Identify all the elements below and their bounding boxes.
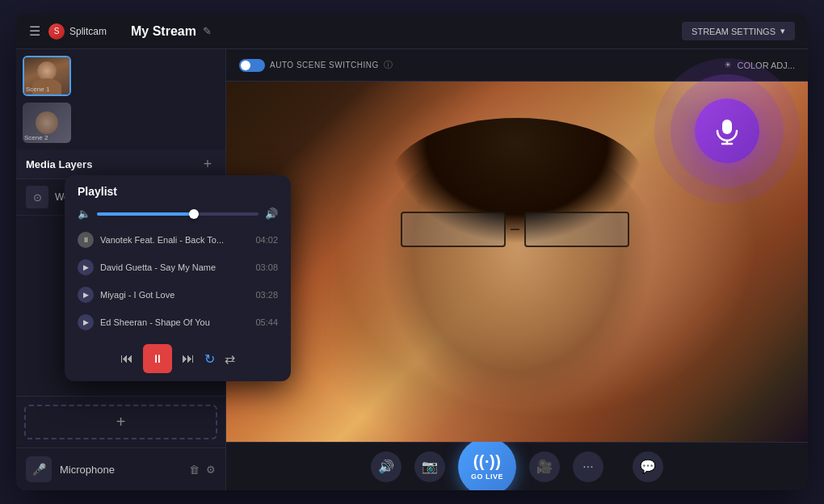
volume-thumb bbox=[189, 209, 199, 219]
chat-button[interactable]: 💬 bbox=[633, 452, 663, 482]
playlist-repeat-icon[interactable]: ↻ bbox=[204, 351, 215, 367]
microphone-row: 🎤 Microphone 🗑 ⚙ bbox=[16, 447, 225, 490]
app-logo: S Splitcam bbox=[48, 23, 107, 40]
bottom-controls: 🔊 📷 ((·)) GO LIVE 🎥 ··· 💬 bbox=[226, 442, 808, 490]
track-3-duration: 03:28 bbox=[255, 290, 278, 300]
microphone-popup-button[interactable] bbox=[695, 99, 759, 163]
playlist-controls: ⏮ ⏸ ⏭ ↻ ⇄ bbox=[65, 336, 291, 381]
camera-icon: 📷 bbox=[422, 459, 438, 474]
volume-row: 🔈 🔊 bbox=[65, 204, 291, 226]
microphone-actions: 🗑 ⚙ bbox=[189, 464, 216, 476]
auto-scene-label: AUTO SCENE SWITCHING bbox=[270, 61, 379, 69]
microphone-popup bbox=[654, 58, 800, 204]
add-layer-button[interactable]: + bbox=[200, 156, 216, 172]
track-3-name: Miyagi - I Got Love bbox=[100, 290, 249, 300]
microphone-icon-wrap: 🎤 bbox=[26, 456, 52, 482]
microphone-settings-icon[interactable]: ⚙ bbox=[206, 464, 216, 476]
camera-photo-button[interactable]: 📷 bbox=[414, 452, 445, 482]
app-name-label: Splitcam bbox=[69, 26, 107, 37]
scene-2-label: Scene 2 bbox=[24, 134, 48, 141]
track-2-play-icon[interactable]: ▶ bbox=[78, 259, 94, 275]
auto-scene-switch[interactable] bbox=[239, 59, 265, 72]
playlist-popup: Playlist 🔈 🔊 ⏸ Vanotek Feat. Enali - Bac… bbox=[65, 175, 291, 381]
mic-svg-icon bbox=[713, 116, 742, 145]
header-left: ☰ S Splitcam My Stream ✎ bbox=[29, 23, 212, 40]
microphone-label: Microphone bbox=[60, 464, 181, 476]
go-live-label: GO LIVE bbox=[471, 472, 503, 481]
volume-slider[interactable] bbox=[97, 212, 259, 216]
track-item[interactable]: ▶ Miyagi - I Got Love 03:28 bbox=[71, 281, 284, 309]
microphone-icon: 🎤 bbox=[32, 463, 46, 476]
svg-rect-0 bbox=[722, 120, 732, 134]
microphone-delete-icon[interactable]: 🗑 bbox=[189, 464, 200, 476]
track-1-pause-icon[interactable]: ⏸ bbox=[78, 232, 94, 248]
go-live-button[interactable]: ((·)) GO LIVE bbox=[458, 438, 516, 491]
header: ☰ S Splitcam My Stream ✎ STREAM SETTINGS… bbox=[16, 14, 808, 49]
playlist-title: Playlist bbox=[65, 175, 291, 204]
webcam-layer-icon: ⊙ bbox=[26, 186, 48, 208]
media-layers-title: Media Layers bbox=[26, 158, 92, 170]
track-4-name: Ed Sheeran - Shape Of You bbox=[100, 317, 249, 327]
speaker-icon: 🔊 bbox=[378, 459, 394, 474]
chat-icon: 💬 bbox=[640, 459, 656, 474]
playlist-prev-button[interactable]: ⏮ bbox=[120, 351, 133, 366]
track-4-play-icon[interactable]: ▶ bbox=[78, 314, 94, 330]
track-2-name: David Guetta - Say My Name bbox=[100, 262, 249, 272]
speaker-button[interactable]: 🔊 bbox=[371, 452, 401, 482]
track-4-duration: 05:44 bbox=[255, 317, 278, 327]
track-1-name: Vanotek Feat. Enali - Back To... bbox=[100, 235, 249, 245]
playlist-pause-button[interactable]: ⏸ bbox=[143, 344, 172, 373]
scene-2-thumb[interactable]: Scene 2 bbox=[23, 103, 71, 143]
video-camera-icon: 🎥 bbox=[536, 459, 553, 474]
playlist-tracks: ⏸ Vanotek Feat. Enali - Back To... 04:02… bbox=[65, 226, 291, 336]
volume-high-icon: 🔊 bbox=[265, 208, 278, 220]
track-item[interactable]: ▶ Ed Sheeran - Shape Of You 05:44 bbox=[71, 309, 284, 336]
stream-settings-button[interactable]: STREAM SETTINGS ▾ bbox=[682, 22, 795, 40]
logo-icon: S bbox=[48, 23, 65, 40]
edit-icon[interactable]: ✎ bbox=[203, 25, 212, 37]
playlist-shuffle-icon[interactable]: ⇄ bbox=[225, 351, 235, 367]
auto-scene-toggle: AUTO SCENE SWITCHING ⓘ bbox=[239, 59, 393, 72]
volume-low-icon: 🔈 bbox=[78, 208, 90, 220]
stream-title-area: My Stream ✎ bbox=[131, 24, 212, 39]
go-live-wifi-icon: ((·)) bbox=[473, 452, 502, 471]
sidebar-scenes: Scene 1 Scene 2 bbox=[16, 49, 225, 149]
playlist-next-button[interactable]: ⏭ bbox=[182, 351, 195, 366]
track-item[interactable]: ▶ David Guetta - Say My Name 03:08 bbox=[71, 254, 284, 281]
sidebar-bottom: + bbox=[16, 396, 225, 447]
track-item[interactable]: ⏸ Vanotek Feat. Enali - Back To... 04:02 bbox=[71, 226, 284, 254]
auto-scene-info-icon[interactable]: ⓘ bbox=[384, 59, 393, 71]
track-1-duration: 04:02 bbox=[255, 235, 278, 245]
video-camera-button[interactable]: 🎥 bbox=[529, 452, 560, 482]
volume-fill bbox=[97, 212, 194, 216]
hamburger-icon[interactable]: ☰ bbox=[29, 23, 40, 39]
more-icon: ··· bbox=[582, 460, 593, 474]
more-options-button[interactable]: ··· bbox=[573, 452, 603, 482]
toggle-knob bbox=[241, 61, 250, 70]
scene-1-thumb[interactable]: Scene 1 bbox=[23, 56, 71, 96]
stream-title: My Stream bbox=[131, 24, 196, 39]
scene-1-label: Scene 1 bbox=[26, 86, 49, 93]
header-right: STREAM SETTINGS ▾ bbox=[682, 22, 795, 40]
app-container: ☰ S Splitcam My Stream ✎ STREAM SETTINGS… bbox=[16, 14, 808, 490]
track-3-play-icon[interactable]: ▶ bbox=[78, 287, 94, 303]
track-2-duration: 03:08 bbox=[255, 262, 278, 272]
add-scene-button[interactable]: + bbox=[24, 405, 217, 439]
